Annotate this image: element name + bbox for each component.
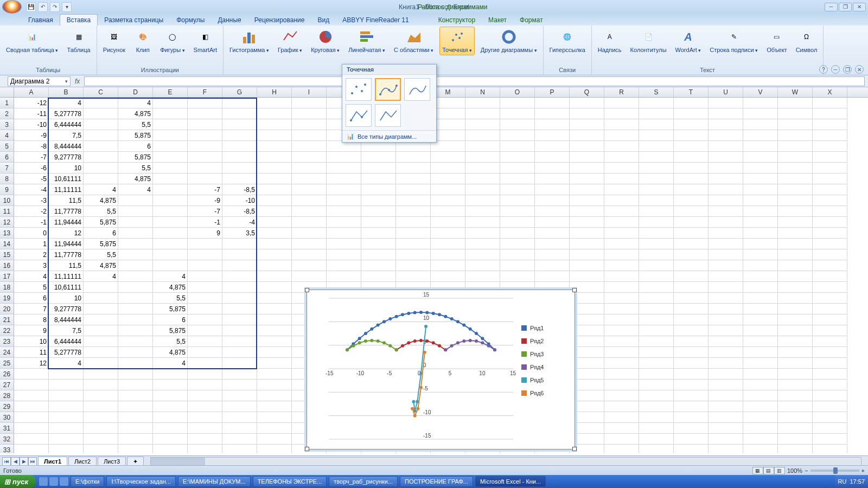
cell[interactable]: 6 bbox=[84, 228, 118, 239]
row-header[interactable]: 25 bbox=[0, 358, 14, 369]
other-charts-button[interactable]: Другие диаграммы bbox=[478, 27, 540, 55]
cell[interactable]: 5,5 bbox=[84, 249, 118, 260]
cell[interactable]: 5,875 bbox=[153, 304, 188, 314]
cell[interactable] bbox=[257, 130, 292, 141]
cell[interactable] bbox=[604, 239, 639, 249]
cell[interactable] bbox=[222, 434, 257, 445]
cell[interactable] bbox=[396, 174, 431, 184]
cell[interactable] bbox=[118, 380, 153, 390]
table-button[interactable]: ▦Таблица bbox=[65, 27, 93, 55]
cell[interactable] bbox=[327, 174, 361, 184]
cell[interactable] bbox=[570, 271, 604, 282]
cell[interactable]: -9 bbox=[14, 130, 49, 141]
cell[interactable] bbox=[743, 282, 778, 293]
cell[interactable] bbox=[813, 152, 847, 163]
cell[interactable] bbox=[431, 271, 465, 282]
cell[interactable] bbox=[222, 325, 257, 336]
cell[interactable] bbox=[431, 228, 465, 239]
cell[interactable] bbox=[257, 336, 292, 347]
cell[interactable] bbox=[500, 249, 535, 260]
cell[interactable] bbox=[813, 445, 847, 453]
cell[interactable] bbox=[709, 347, 743, 358]
cell[interactable] bbox=[778, 163, 813, 174]
cell[interactable] bbox=[222, 369, 257, 380]
cell[interactable] bbox=[639, 423, 674, 434]
cell[interactable] bbox=[49, 380, 84, 390]
cell[interactable] bbox=[84, 423, 118, 434]
cell[interactable] bbox=[743, 380, 778, 390]
cell[interactable] bbox=[813, 434, 847, 445]
cell[interactable] bbox=[431, 195, 465, 206]
cell[interactable] bbox=[84, 282, 118, 293]
cell[interactable]: 4 bbox=[153, 271, 188, 282]
cell[interactable] bbox=[639, 249, 674, 260]
cell[interactable] bbox=[118, 195, 153, 206]
cell[interactable] bbox=[813, 293, 847, 304]
cell[interactable] bbox=[49, 390, 84, 401]
cell[interactable] bbox=[153, 228, 188, 239]
cell[interactable] bbox=[327, 271, 361, 282]
cell[interactable] bbox=[535, 119, 570, 130]
cell[interactable] bbox=[465, 271, 500, 282]
cell[interactable] bbox=[257, 380, 292, 390]
area-chart-button[interactable]: С областями bbox=[391, 27, 436, 55]
cell[interactable] bbox=[604, 163, 639, 174]
cell[interactable] bbox=[257, 239, 292, 249]
cell[interactable] bbox=[535, 239, 570, 249]
column-chart-button[interactable]: Гистограмма bbox=[227, 27, 272, 55]
row-header[interactable]: 32 bbox=[0, 434, 14, 445]
cell[interactable] bbox=[361, 228, 396, 239]
picture-button[interactable]: 🖼Рисунок bbox=[100, 27, 129, 55]
cell[interactable] bbox=[743, 314, 778, 325]
cell[interactable] bbox=[743, 325, 778, 336]
cell[interactable] bbox=[361, 152, 396, 163]
cell[interactable] bbox=[257, 249, 292, 260]
taskbar-item[interactable]: E:\фотки bbox=[71, 476, 104, 487]
cell[interactable]: 5,875 bbox=[84, 239, 118, 249]
cell[interactable] bbox=[49, 369, 84, 380]
smartart-button[interactable]: ◧SmartArt bbox=[191, 27, 220, 55]
cell[interactable] bbox=[709, 358, 743, 369]
cell[interactable] bbox=[743, 347, 778, 358]
cell[interactable] bbox=[639, 98, 674, 108]
cell[interactable] bbox=[709, 336, 743, 347]
cell[interactable] bbox=[639, 434, 674, 445]
cell[interactable] bbox=[743, 390, 778, 401]
cell[interactable] bbox=[639, 336, 674, 347]
cell[interactable]: 4,875 bbox=[84, 195, 118, 206]
cell[interactable] bbox=[153, 174, 188, 184]
select-all-corner[interactable] bbox=[0, 87, 14, 97]
cell[interactable] bbox=[292, 195, 327, 206]
cell[interactable] bbox=[188, 434, 222, 445]
cell[interactable] bbox=[743, 412, 778, 423]
tab-insert[interactable]: Вставка bbox=[60, 14, 98, 25]
cell[interactable] bbox=[465, 184, 500, 195]
cell[interactable] bbox=[500, 228, 535, 239]
cell[interactable]: 4 bbox=[84, 184, 118, 195]
cell[interactable] bbox=[14, 423, 49, 434]
cell[interactable] bbox=[465, 163, 500, 174]
cell[interactable] bbox=[709, 293, 743, 304]
symbol-button[interactable]: ΩСимвол bbox=[793, 27, 820, 55]
cell[interactable] bbox=[188, 174, 222, 184]
cell[interactable] bbox=[292, 271, 327, 282]
cell[interactable] bbox=[639, 217, 674, 228]
cell[interactable] bbox=[465, 152, 500, 163]
sheet-nav-last[interactable]: ⏭ bbox=[28, 457, 37, 466]
cell[interactable] bbox=[570, 119, 604, 130]
cell[interactable] bbox=[604, 108, 639, 119]
row-header[interactable]: 5 bbox=[0, 141, 14, 152]
row-header[interactable]: 10 bbox=[0, 195, 14, 206]
cell[interactable] bbox=[292, 152, 327, 163]
cell[interactable]: -7 bbox=[188, 206, 222, 217]
cell[interactable] bbox=[361, 239, 396, 249]
cell[interactable] bbox=[778, 130, 813, 141]
cell[interactable] bbox=[604, 260, 639, 271]
cell[interactable] bbox=[49, 445, 84, 453]
cell[interactable] bbox=[153, 152, 188, 163]
cell[interactable] bbox=[118, 249, 153, 260]
sheet-nav-prev[interactable]: ◀ bbox=[11, 457, 20, 466]
cell[interactable]: 5,277778 bbox=[49, 347, 84, 358]
cell[interactable] bbox=[222, 282, 257, 293]
row-header[interactable]: 20 bbox=[0, 304, 14, 314]
